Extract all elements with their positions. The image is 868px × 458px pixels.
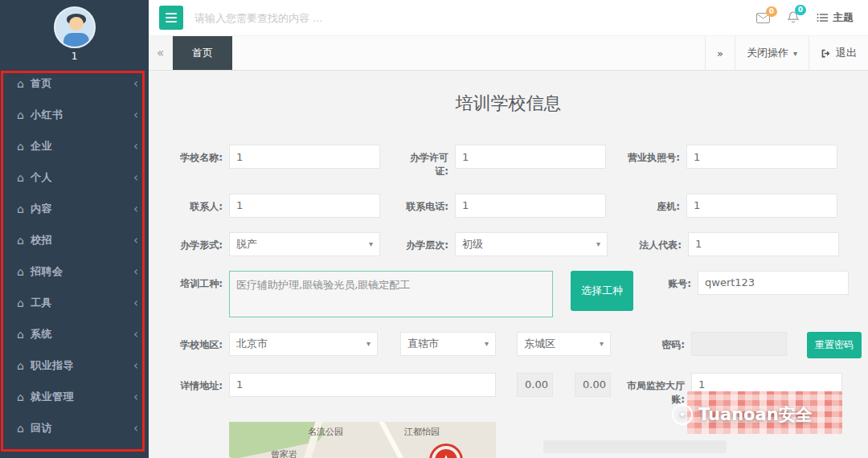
caret-down-icon: ▾: [366, 339, 371, 348]
chevron-left-icon: ‹: [133, 108, 138, 122]
study-level-select[interactable]: 初级 ▾: [455, 232, 608, 256]
landline-field[interactable]: [686, 194, 837, 218]
home-icon: ⌂: [17, 266, 24, 277]
sidebar-item-label: 首页: [31, 76, 133, 91]
sidebar-item-system[interactable]: ⌂ 系统 ‹: [0, 318, 149, 350]
sidebar-item-xiaohongshu[interactable]: ⌂ 小红书 ‹: [0, 99, 149, 130]
account-field[interactable]: [698, 271, 849, 295]
theme-button[interactable]: 主题: [817, 10, 854, 25]
sidebar-menu: ⌂ 首页 ‹ ⌂ 小红书 ‹ ⌂ 企业 ‹ ⌂ 个人 ‹ ⌂ 内容 ‹ ⌂ 校招…: [0, 67, 149, 444]
school-name-field[interactable]: [229, 145, 380, 169]
password-label: 密码:: [627, 332, 691, 352]
theme-label: 主题: [833, 10, 854, 25]
contact-label: 联系人:: [173, 194, 229, 214]
bureau-account-label: 市局监控大厅账:: [627, 373, 691, 407]
sidebar-item-personal[interactable]: ⌂ 个人 ‹: [0, 162, 149, 193]
close-operations-label: 关闭操作: [747, 46, 788, 60]
sidebar-item-career-guidance[interactable]: ⌂ 职业指导 ‹: [0, 350, 149, 381]
sidebar-item-label: 内容: [31, 202, 133, 216]
profile-area: 1: [0, 0, 149, 62]
longitude-field[interactable]: [517, 373, 553, 397]
watermark-text: Tuanoan安全: [698, 403, 813, 426]
sidebar-item-tools[interactable]: ⌂ 工具 ‹: [0, 287, 149, 318]
password-field[interactable]: [691, 332, 787, 356]
sidebar-item-follow-up[interactable]: ⌂ 回访 ‹: [0, 412, 149, 444]
province-select[interactable]: 北京市 ▾: [229, 332, 378, 356]
sidebar-item-label: 个人: [31, 170, 133, 185]
sidebar-item-employment-mgmt[interactable]: ⌂ 就业管理 ‹: [0, 381, 149, 412]
study-form-label: 办学形式:: [173, 232, 229, 252]
sidebar-item-campus-recruit[interactable]: ⌂ 校招 ‹: [0, 224, 149, 256]
messages-button[interactable]: 0: [756, 13, 770, 23]
phone-field[interactable]: [455, 194, 606, 218]
redacted-strip: [543, 440, 727, 453]
study-form-select[interactable]: 脱产 ▾: [229, 232, 380, 256]
chevron-left-icon: ‹: [133, 202, 138, 216]
caret-down-icon: ▾: [600, 339, 604, 348]
tabs-scroll-left-button[interactable]: «: [149, 36, 173, 70]
legal-rep-field[interactable]: [688, 232, 839, 256]
business-license-label: 营业执照号:: [622, 145, 686, 165]
pick-work-types-button[interactable]: 选择工种: [571, 271, 633, 311]
district-select[interactable]: 东城区 ▾: [517, 332, 611, 356]
location-map[interactable]: 名流公园 江都怡园 曾家岩: [229, 422, 496, 458]
city-value: 直辖市: [407, 337, 439, 351]
sidebar-item-label: 系统: [31, 327, 133, 341]
latitude-field[interactable]: [575, 373, 611, 397]
work-types-label: 培训工种:: [173, 271, 229, 291]
sidebar-toggle-button[interactable]: [159, 6, 183, 30]
permit-field[interactable]: [455, 145, 606, 169]
sidebar: 1 ⌂ 首页 ‹ ⌂ 小红书 ‹ ⌂ 企业 ‹ ⌂ 个人 ‹ ⌂ 内容 ‹ ⌂: [0, 0, 149, 458]
messages-badge: 0: [766, 6, 777, 17]
study-level-value: 初级: [462, 237, 483, 251]
double-chevron-left-icon: «: [157, 46, 164, 60]
home-icon: ⌂: [17, 203, 24, 215]
topbar: 0 0 主题: [149, 0, 868, 36]
contact-field[interactable]: [229, 194, 380, 218]
notifications-badge: 0: [795, 5, 806, 15]
chevron-left-icon: ‹: [133, 76, 138, 91]
form-row-4: 培训工种: 医疗辅助护理,眼镜验光员,眼镜定配工 选择工种 账号:: [173, 271, 868, 317]
search-input[interactable]: [194, 12, 460, 24]
map-label-spacer: [173, 422, 229, 428]
caret-down-icon: ▾: [485, 339, 489, 348]
sign-out-icon: [821, 48, 831, 59]
tab-label: 首页: [192, 46, 213, 60]
home-icon: ⌂: [17, 329, 24, 340]
tabs-scroll-right-button[interactable]: »: [705, 36, 735, 70]
chevron-left-icon: ‹: [133, 170, 138, 185]
sidebar-item-home[interactable]: ⌂ 首页 ‹: [0, 67, 149, 99]
logout-button[interactable]: 退出: [809, 36, 868, 70]
chevron-left-icon: ‹: [133, 233, 138, 247]
page-title: 培训学校信息: [149, 92, 868, 116]
chevron-left-icon: ‹: [133, 296, 138, 310]
chevron-left-icon: ‹: [133, 139, 138, 153]
home-icon: ⌂: [17, 172, 24, 183]
watermark-logo-icon: ✦: [672, 404, 693, 425]
region-label: 学校地区:: [173, 332, 229, 352]
reset-password-button[interactable]: 重置密码: [807, 332, 862, 358]
sidebar-item-enterprise[interactable]: ⌂ 企业 ‹: [0, 130, 149, 162]
avatar-caption: 1: [0, 51, 149, 62]
business-license-field[interactable]: [686, 145, 837, 169]
double-chevron-right-icon: »: [717, 47, 723, 59]
landline-label: 座机:: [622, 194, 686, 214]
district-value: 东城区: [524, 337, 555, 351]
chevron-left-icon: ‹: [133, 358, 138, 373]
avatar[interactable]: [54, 6, 96, 48]
chevron-left-icon: ‹: [133, 264, 138, 279]
notifications-button[interactable]: 0: [788, 11, 799, 24]
sidebar-item-content[interactable]: ⌂ 内容 ‹: [0, 193, 149, 224]
account-label: 账号:: [637, 271, 698, 291]
sidebar-item-job-fair[interactable]: ⌂ 招聘会 ‹: [0, 256, 149, 287]
address-field[interactable]: [229, 373, 496, 397]
city-select[interactable]: 直辖市 ▾: [400, 332, 496, 356]
work-types-textarea[interactable]: 医疗辅助护理,眼镜验光员,眼镜定配工: [229, 271, 553, 317]
close-operations-dropdown[interactable]: 关闭操作 ▾: [735, 36, 809, 70]
tab-home[interactable]: 首页: [173, 36, 232, 70]
sidebar-item-label: 回访: [31, 421, 133, 436]
home-icon: ⌂: [17, 235, 24, 246]
logout-label: 退出: [836, 46, 857, 60]
legal-rep-label: 法人代表:: [624, 232, 688, 252]
sidebar-item-label: 就业管理: [31, 390, 133, 404]
